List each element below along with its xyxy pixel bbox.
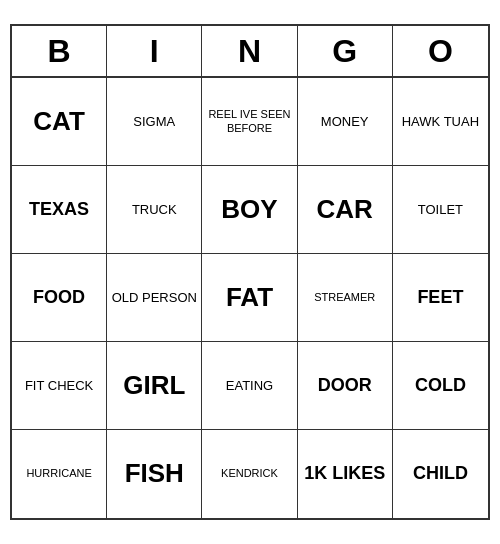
bingo-cell: CAT <box>12 78 107 166</box>
bingo-header: BINGO <box>12 26 488 78</box>
cell-label: TEXAS <box>29 199 89 221</box>
bingo-cell: OLD PERSON <box>107 254 202 342</box>
bingo-cell: MONEY <box>298 78 393 166</box>
bingo-cell: HAWK TUAH <box>393 78 488 166</box>
cell-label: SIGMA <box>133 114 175 130</box>
bingo-cell: STREAMER <box>298 254 393 342</box>
bingo-cell: TOILET <box>393 166 488 254</box>
cell-label: TOILET <box>418 202 463 218</box>
cell-label: HAWK TUAH <box>402 114 479 130</box>
bingo-cell: SIGMA <box>107 78 202 166</box>
bingo-cell: HURRICANE <box>12 430 107 518</box>
cell-label: GIRL <box>123 370 185 401</box>
cell-label: 1K LIKES <box>304 463 385 485</box>
cell-label: HURRICANE <box>26 467 91 480</box>
header-letter: I <box>107 26 202 76</box>
cell-label: TRUCK <box>132 202 177 218</box>
cell-label: KENDRICK <box>221 467 278 480</box>
cell-label: COLD <box>415 375 466 397</box>
cell-label: REEL IVE SEEN BEFORE <box>206 108 292 134</box>
bingo-cell: BOY <box>202 166 297 254</box>
header-letter: G <box>298 26 393 76</box>
cell-label: STREAMER <box>314 291 375 304</box>
bingo-cell: DOOR <box>298 342 393 430</box>
bingo-cell: TRUCK <box>107 166 202 254</box>
bingo-cell: COLD <box>393 342 488 430</box>
bingo-cell: GIRL <box>107 342 202 430</box>
bingo-cell: FAT <box>202 254 297 342</box>
cell-label: FIT CHECK <box>25 378 93 394</box>
header-letter: N <box>202 26 297 76</box>
bingo-cell: REEL IVE SEEN BEFORE <box>202 78 297 166</box>
cell-label: OLD PERSON <box>112 290 197 306</box>
cell-label: FISH <box>125 458 184 489</box>
header-letter: B <box>12 26 107 76</box>
cell-label: FOOD <box>33 287 85 309</box>
bingo-cell: CHILD <box>393 430 488 518</box>
bingo-cell: CAR <box>298 166 393 254</box>
bingo-cell: 1K LIKES <box>298 430 393 518</box>
bingo-cell: KENDRICK <box>202 430 297 518</box>
bingo-cell: FISH <box>107 430 202 518</box>
cell-label: CAR <box>317 194 373 225</box>
cell-label: DOOR <box>318 375 372 397</box>
cell-label: EATING <box>226 378 273 394</box>
cell-label: BOY <box>221 194 277 225</box>
bingo-cell: EATING <box>202 342 297 430</box>
bingo-grid: CATSIGMAREEL IVE SEEN BEFOREMONEYHAWK TU… <box>12 78 488 518</box>
cell-label: FEET <box>417 287 463 309</box>
cell-label: MONEY <box>321 114 369 130</box>
bingo-card: BINGO CATSIGMAREEL IVE SEEN BEFOREMONEYH… <box>10 24 490 520</box>
cell-label: CHILD <box>413 463 468 485</box>
bingo-cell: TEXAS <box>12 166 107 254</box>
bingo-cell: FIT CHECK <box>12 342 107 430</box>
header-letter: O <box>393 26 488 76</box>
bingo-cell: FEET <box>393 254 488 342</box>
bingo-cell: FOOD <box>12 254 107 342</box>
cell-label: CAT <box>33 106 85 137</box>
cell-label: FAT <box>226 282 273 313</box>
